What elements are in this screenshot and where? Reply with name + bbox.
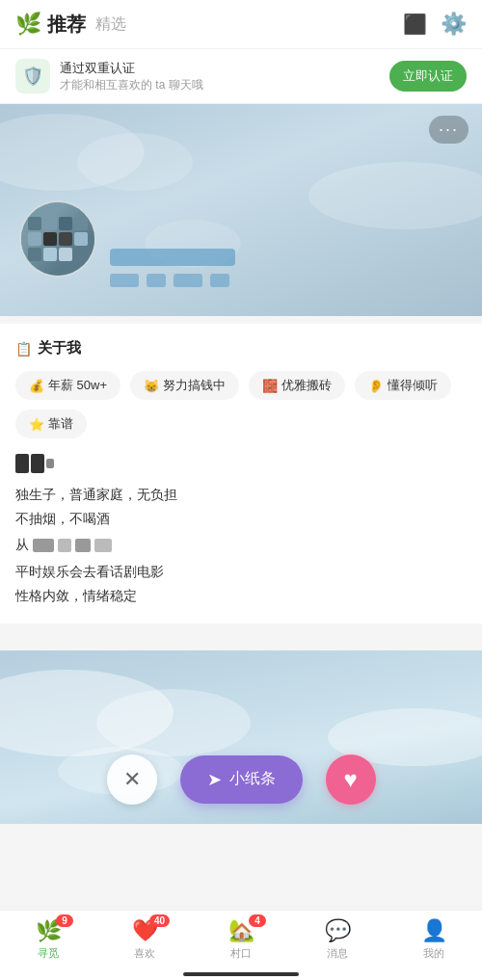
bio-text: 独生子，普通家庭，无负担 不抽烟，不喝酒 从 平时娱乐会去看话剧电影 性格内敛，… <box>15 483 467 608</box>
filter-icon[interactable]: ⚙️ <box>441 12 467 37</box>
profile-nav-icon: 👤 <box>421 918 447 943</box>
detail-block-2 <box>147 274 166 287</box>
message-nav-icon: 💬 <box>325 918 351 943</box>
message-label: 小纸条 <box>229 769 276 789</box>
tag-earning-label: 努力搞钱中 <box>163 377 226 394</box>
tag-income-emoji: 💰 <box>29 379 44 393</box>
header-actions: ⬛ ⚙️ <box>403 12 467 37</box>
bio-line-2: 不抽烟，不喝酒 <box>15 507 467 531</box>
about-title: 📋 关于我 <box>15 339 467 358</box>
bottom-spacer <box>0 824 482 901</box>
banner-text: 通过双重认证 才能和相互喜欢的 ta 聊天哦 <box>60 60 380 93</box>
username-blurred <box>15 454 467 473</box>
heart-icon: ♥ <box>343 766 357 793</box>
about-label: 关于我 <box>38 339 81 358</box>
profile-info <box>110 249 463 287</box>
name-pixel-1 <box>15 454 29 473</box>
nav-item-message[interactable]: 💬 消息 <box>308 918 366 961</box>
profile-details-blurred <box>110 274 463 287</box>
tag-work-label: 优雅搬砖 <box>281 377 332 394</box>
bio-line-3: 平时娱乐会去看话剧电影 <box>15 560 467 584</box>
tag-listen[interactable]: 👂 懂得倾听 <box>355 371 451 400</box>
like-badge: 40 <box>149 914 170 927</box>
dislike-button[interactable]: ✕ <box>107 755 157 805</box>
bio-line-blurred: 从 <box>15 533 467 557</box>
about-icon: 📋 <box>15 341 32 357</box>
detail-block-1 <box>110 274 139 287</box>
profile-nav-label: 我的 <box>423 946 444 961</box>
profile-name-blurred <box>110 249 235 266</box>
banner-icon: 🛡️ <box>15 59 50 93</box>
village-badge: 4 <box>249 914 266 927</box>
home-indicator <box>183 972 299 976</box>
spacer <box>0 631 482 650</box>
bio-from-text: 从 <box>15 533 29 557</box>
message-button[interactable]: ➤ 小纸条 <box>180 755 303 804</box>
nav-item-village[interactable]: 🏡 4 村口 <box>212 918 270 961</box>
tag-reliable[interactable]: ⭐ 靠谱 <box>15 410 87 438</box>
like-button[interactable]: ♥ <box>326 755 376 805</box>
x-icon: ✕ <box>123 767 141 792</box>
camera-icon[interactable]: ⬛ <box>403 13 427 36</box>
bio-line-4: 性格内敛，情绪稳定 <box>15 584 467 608</box>
about-section: 📋 关于我 💰 年薪 50w+ 😸 努力搞钱中 🧱 优雅搬砖 👂 懂得倾听 ⭐ … <box>0 324 482 623</box>
tag-income-label: 年薪 50w+ <box>48 377 107 394</box>
home-indicator-container <box>0 968 482 976</box>
nav-item-like[interactable]: ❤️ 40 喜欢 <box>116 918 174 961</box>
bio-blur-4 <box>94 539 112 552</box>
detail-block-3 <box>174 274 202 287</box>
verification-banner: 🛡️ 通过双重认证 才能和相互喜欢的 ta 聊天哦 立即认证 <box>0 48 482 104</box>
avatar-image <box>21 202 94 276</box>
avatar <box>19 200 96 278</box>
nav-item-profile[interactable]: 👤 我的 <box>405 918 463 961</box>
tag-listen-label: 懂得倾听 <box>388 377 438 394</box>
tag-earning[interactable]: 😸 努力搞钱中 <box>130 371 239 400</box>
verify-button[interactable]: 立即认证 <box>389 61 467 92</box>
bio-blur-1 <box>33 539 54 552</box>
action-bar: ✕ ➤ 小纸条 ♥ <box>0 755 482 805</box>
detail-block-4 <box>210 274 229 287</box>
send-icon: ➤ <box>207 769 222 790</box>
explore-badge: 9 <box>56 914 73 927</box>
more-options-button[interactable]: ··· <box>429 116 469 144</box>
header: 🌿 推荐 精选 ⬛ ⚙️ <box>0 0 482 48</box>
banner-sub-text: 才能和相互喜欢的 ta 聊天哦 <box>60 77 380 93</box>
tag-listen-emoji: 👂 <box>368 379 384 393</box>
tags-container: 💰 年薪 50w+ 😸 努力搞钱中 🧱 优雅搬砖 👂 懂得倾听 ⭐ 靠谱 <box>15 371 467 438</box>
name-pixel-3 <box>46 459 54 468</box>
village-label: 村口 <box>230 946 252 961</box>
app-logo-icon: 🌿 <box>15 12 41 37</box>
tag-work-emoji: 🧱 <box>262 379 278 393</box>
name-pixel-2 <box>31 454 44 473</box>
tag-income[interactable]: 💰 年薪 50w+ <box>15 371 120 400</box>
tag-reliable-emoji: ⭐ <box>29 417 44 432</box>
bio-line-1: 独生子，普通家庭，无负担 <box>15 483 467 507</box>
nav-item-explore[interactable]: 🌿 9 寻觅 <box>19 918 77 961</box>
page-subtitle: 精选 <box>95 14 126 35</box>
banner-main-text: 通过双重认证 <box>60 60 380 77</box>
message-nav-label: 消息 <box>327 946 348 961</box>
tag-reliable-label: 靠谱 <box>48 415 73 433</box>
page-title: 推荐 <box>47 12 86 38</box>
bio-blur-2 <box>58 539 71 552</box>
tag-work[interactable]: 🧱 优雅搬砖 <box>249 371 345 400</box>
like-label: 喜欢 <box>134 946 155 961</box>
bio-blur-3 <box>75 539 91 552</box>
photo-section: ✕ ➤ 小纸条 ♥ <box>0 650 482 824</box>
explore-label: 寻觅 <box>38 946 59 961</box>
profile-card: ··· <box>0 104 482 316</box>
tag-earning-emoji: 😸 <box>144 379 159 393</box>
